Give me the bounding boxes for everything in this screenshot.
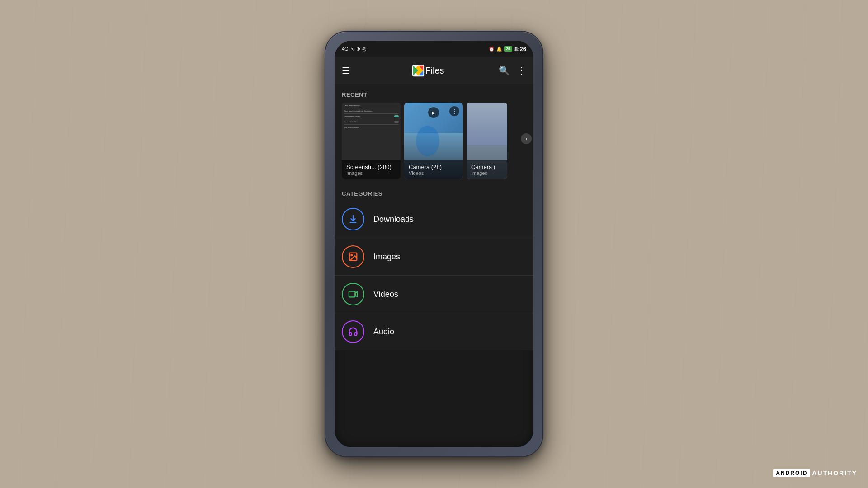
category-item-images[interactable]: Images bbox=[335, 238, 533, 276]
recent-card-camera-images[interactable]: Camera ( Images bbox=[467, 103, 507, 179]
extra-icon2: ◎ bbox=[362, 46, 367, 52]
category-item-downloads[interactable]: Downloads bbox=[335, 201, 533, 238]
more-button[interactable]: ⋮ bbox=[449, 106, 459, 116]
videos-icon-circle bbox=[342, 283, 364, 305]
phone-screen: 4G ∿ ⊕ ◎ ⏰ 🔔 25 8:26 ☰ bbox=[335, 41, 533, 447]
signal-icon: 4G bbox=[342, 46, 349, 52]
hamburger-menu-icon[interactable]: ☰ bbox=[342, 65, 350, 76]
phone-outer: 4G ∿ ⊕ ◎ ⏰ 🔔 25 8:26 ☰ bbox=[326, 32, 542, 456]
category-item-videos[interactable]: Videos bbox=[335, 276, 533, 313]
scroll-right-arrow[interactable]: › bbox=[521, 133, 532, 144]
card-info-screenshots: Screensh... (280) Images bbox=[342, 160, 401, 179]
svg-rect-7 bbox=[349, 291, 355, 297]
camera-notch bbox=[407, 41, 461, 49]
watermark-authority: AUTHORITY bbox=[812, 469, 857, 477]
recent-scroll[interactable]: Clear search history Clear searches made… bbox=[335, 103, 533, 187]
watermark-android: ANDROID bbox=[773, 469, 810, 477]
card-subtitle: Images bbox=[346, 170, 396, 176]
phone-wrapper: 4G ∿ ⊕ ◎ ⏰ 🔔 25 8:26 ☰ bbox=[321, 27, 547, 461]
card-title-videos: Camera (28) bbox=[409, 164, 458, 170]
card-info-camera: Camera ( Images bbox=[467, 160, 507, 179]
app-bar: ☰ Files 🔍 ⋮ bbox=[335, 57, 533, 84]
play-button[interactable]: ▶ bbox=[428, 107, 439, 118]
category-name-audio: Audio bbox=[373, 327, 394, 337]
categories-section-label: CATEGORIES bbox=[335, 187, 533, 201]
audio-icon-circle bbox=[342, 320, 364, 343]
app-title: Files bbox=[425, 66, 444, 76]
app-title-area: Files bbox=[357, 64, 499, 77]
status-right: ⏰ 🔔 25 8:26 bbox=[489, 46, 526, 52]
category-name-images: Images bbox=[373, 252, 400, 262]
recent-card-screenshots[interactable]: Clear search history Clear searches made… bbox=[342, 103, 401, 179]
card-subtitle-camera: Images bbox=[471, 170, 503, 176]
svg-point-6 bbox=[351, 254, 352, 256]
category-name-downloads: Downloads bbox=[373, 215, 414, 224]
extra-icon1: ⊕ bbox=[356, 46, 360, 52]
card-info-videos: Camera (28) Videos bbox=[404, 160, 463, 179]
status-left: 4G ∿ ⊕ ◎ bbox=[342, 46, 367, 52]
alarm-icon: ⏰ bbox=[489, 47, 494, 52]
recent-card-camera-videos[interactable]: ▶ ⋮ Camera (28) Videos bbox=[404, 103, 463, 179]
category-item-audio[interactable]: Audio bbox=[335, 313, 533, 350]
search-icon[interactable]: 🔍 bbox=[499, 65, 510, 76]
app-bar-actions: 🔍 ⋮ bbox=[499, 65, 526, 76]
status-time: 8:26 bbox=[514, 46, 526, 52]
card-title: Screensh... (280) bbox=[346, 164, 396, 170]
category-name-videos: Videos bbox=[373, 290, 398, 299]
card-subtitle-videos: Videos bbox=[409, 170, 458, 176]
content-area: RECENT Clear search history bbox=[335, 84, 533, 350]
wifi-icon: ∿ bbox=[350, 46, 354, 52]
bell-icon: 🔔 bbox=[496, 47, 502, 52]
recent-section-label: RECENT bbox=[335, 84, 533, 103]
card-title-camera: Camera ( bbox=[471, 164, 503, 170]
battery-indicator: 25 bbox=[504, 46, 512, 52]
more-options-icon[interactable]: ⋮ bbox=[517, 65, 526, 76]
files-app-logo bbox=[411, 64, 425, 77]
downloads-icon-circle bbox=[342, 208, 364, 230]
watermark: ANDROID AUTHORITY bbox=[773, 469, 857, 477]
images-icon-circle bbox=[342, 245, 364, 268]
